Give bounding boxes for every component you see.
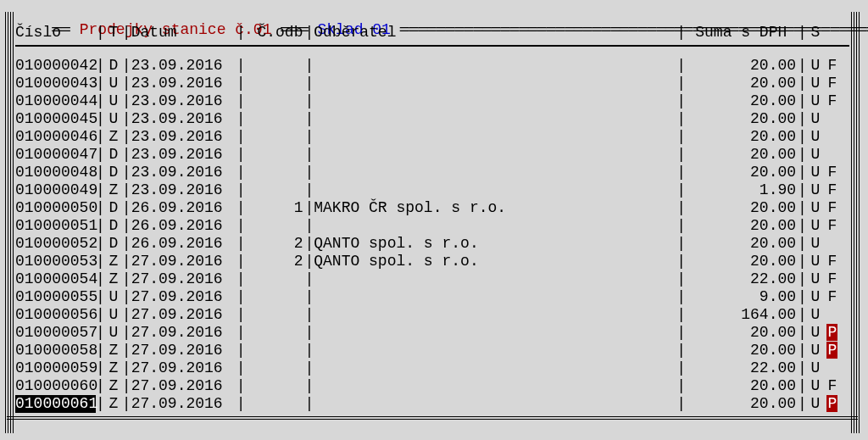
column-separator: | <box>96 395 105 413</box>
cell-status1: U <box>807 253 824 270</box>
table-row[interactable]: 010000043|U|23.09.2016|||20.00|UF <box>5 75 860 92</box>
cell-odberatel: QANTO spol. s r.o. <box>314 253 676 270</box>
cell-odberatel <box>314 324 676 342</box>
cell-t: U <box>105 306 122 324</box>
column-separator: | <box>798 253 807 270</box>
cell-t: U <box>105 324 122 342</box>
column-separator: | <box>96 128 105 146</box>
cell-odberatel <box>314 128 676 146</box>
column-separator: | <box>798 342 807 359</box>
cell-datum: 27.09.2016 <box>131 324 236 342</box>
table-row[interactable]: 010000055|U|27.09.2016|||9.00|UF <box>5 288 860 306</box>
cell-suma: 20.00 <box>686 199 798 217</box>
column-separator: | <box>96 270 105 288</box>
column-separator: | <box>676 306 686 324</box>
table-row[interactable]: 010000057|U|27.09.2016|||20.00|UP <box>5 324 860 342</box>
column-separator: | <box>676 57 686 75</box>
table-row[interactable]: 010000061|Z|27.09.2016|||20.00|UP <box>5 395 860 413</box>
cell-status1: U <box>807 288 824 306</box>
column-separator: | <box>798 199 807 217</box>
cell-datum: 23.09.2016 <box>131 92 236 110</box>
table-row[interactable]: 010000044|U|23.09.2016|||20.00|UF <box>5 92 860 110</box>
table-row[interactable]: 010000042|D|23.09.2016|||20.00|UF <box>5 57 860 75</box>
column-separator: | <box>676 359 686 377</box>
table-row[interactable]: 010000047|D|23.09.2016|||20.00|U <box>5 146 860 164</box>
cell-cislo: 010000048 <box>15 164 96 181</box>
cell-codb <box>245 306 304 324</box>
column-separator: | <box>798 395 807 413</box>
cell-cislo: 010000059 <box>15 359 96 377</box>
column-separator: | <box>304 235 314 253</box>
cell-t: D <box>105 57 122 75</box>
cell-codb <box>245 146 304 164</box>
table-row[interactable]: 010000046|Z|23.09.2016|||20.00|U <box>5 128 860 146</box>
cell-cislo: 010000053 <box>15 253 96 270</box>
cell-status2 <box>824 359 841 377</box>
table-row[interactable]: 010000049|Z|23.09.2016|||1.90|UF <box>5 181 860 199</box>
cell-datum: 27.09.2016 <box>131 342 236 359</box>
cell-datum: 23.09.2016 <box>131 57 236 75</box>
cell-odberatel <box>314 75 676 92</box>
column-separator: | <box>304 270 314 288</box>
column-separator: | <box>236 217 246 235</box>
table-row[interactable]: 010000059|Z|27.09.2016|||22.00|U <box>5 359 860 377</box>
column-separator: | <box>236 164 246 181</box>
column-separator: | <box>96 92 105 110</box>
table-row[interactable]: 010000052|D|26.09.2016|2|QANTO spol. s r… <box>5 235 860 253</box>
cell-cislo: 010000049 <box>15 181 96 199</box>
cell-odberatel <box>314 377 676 395</box>
table-row[interactable]: 010000050|D|26.09.2016|1|MAKRO ČR spol. … <box>5 199 860 217</box>
column-separator: | <box>96 235 105 253</box>
cell-status1: U <box>807 146 824 164</box>
column-separator: | <box>122 270 131 288</box>
table-body[interactable]: 010000042|D|23.09.2016|||20.00|UF0100000… <box>5 57 860 413</box>
table-row[interactable]: 010000060|Z|27.09.2016|||20.00|UF <box>5 377 860 395</box>
column-separator: | <box>676 324 686 342</box>
column-separator: | <box>96 324 105 342</box>
cell-t: D <box>105 146 122 164</box>
col-header-s: S <box>807 24 824 42</box>
column-separator: | <box>304 164 314 181</box>
cell-cislo: 010000058 <box>15 342 96 359</box>
column-separator: | <box>676 377 686 395</box>
table-row[interactable]: 010000054|Z|27.09.2016|||22.00|UF <box>5 270 860 288</box>
status-p-badge: P <box>826 324 837 341</box>
column-separator: | <box>676 128 686 146</box>
column-separator: | <box>122 359 131 377</box>
column-separator: | <box>236 270 246 288</box>
cell-t: D <box>105 199 122 217</box>
table-row[interactable]: 010000051|D|26.09.2016|||20.00|UF <box>5 217 860 235</box>
table-row[interactable]: 010000058|Z|27.09.2016|||20.00|UP <box>5 342 860 359</box>
column-separator: | <box>236 288 246 306</box>
cell-status1: U <box>807 306 824 324</box>
table-row[interactable]: 010000048|D|23.09.2016|||20.00|UF <box>5 164 860 181</box>
cell-datum: 27.09.2016 <box>131 270 236 288</box>
cell-codb: 1 <box>245 199 304 217</box>
table-row[interactable]: 010000045|U|23.09.2016|||20.00|U <box>5 110 860 128</box>
column-separator: | <box>236 253 246 270</box>
column-separator: | <box>304 146 314 164</box>
column-separator: | <box>798 377 807 395</box>
cell-status1: U <box>807 181 824 199</box>
table-row[interactable]: 010000053|Z|27.09.2016|2|QANTO spol. s r… <box>5 253 860 270</box>
column-separator: | <box>676 217 686 235</box>
table-row[interactable]: 010000056|U|27.09.2016|||164.00|U <box>5 306 860 324</box>
cell-suma: 20.00 <box>686 342 798 359</box>
cell-codb <box>245 377 304 395</box>
cell-t: U <box>105 110 122 128</box>
cell-codb <box>245 270 304 288</box>
table-header: Číslo| T| Datum| Č.odb| Odběratel| Suma … <box>5 24 860 42</box>
cell-datum: 23.09.2016 <box>131 110 236 128</box>
column-separator: | <box>676 146 686 164</box>
column-separator: | <box>304 217 314 235</box>
cell-suma: 20.00 <box>686 235 798 253</box>
column-separator: | <box>798 324 807 342</box>
cell-t: Z <box>105 253 122 270</box>
cell-suma: 20.00 <box>686 75 798 92</box>
cell-t: Z <box>105 270 122 288</box>
cell-codb: 2 <box>245 235 304 253</box>
cell-status1: U <box>807 92 824 110</box>
column-separator: | <box>798 164 807 181</box>
cell-t: U <box>105 288 122 306</box>
column-separator: | <box>122 181 131 199</box>
